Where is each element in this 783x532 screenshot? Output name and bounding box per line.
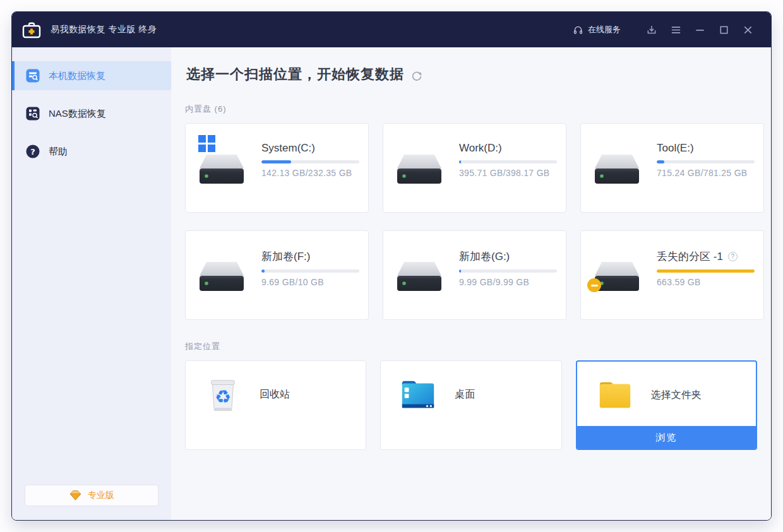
menu-button[interactable] [664, 18, 688, 41]
desktop-folder-icon [398, 375, 438, 414]
gem-icon [69, 490, 82, 501]
drive-name: 丢失的分区 -1 [657, 249, 723, 264]
help-circle-icon[interactable]: ? [728, 252, 738, 261]
maximize-icon [718, 24, 730, 36]
drive-card[interactable]: Work(D:) 395.71 GB/398.17 GB [383, 123, 566, 213]
help-icon: ? [26, 145, 40, 158]
sidebar: 本机数据恢复 NAS数据恢复 ? 帮助 [12, 47, 171, 520]
page-title: 选择一个扫描位置，开始恢复数据 [186, 65, 404, 84]
svg-text:♻: ♻ [215, 386, 231, 408]
hard-drive-icon [194, 259, 249, 292]
locations-grid: ♻ 回收站 [185, 360, 757, 450]
location-card[interactable]: 桌面 [380, 360, 561, 450]
drives-section-label: 内置盘 (6) [185, 103, 757, 115]
capacity-bar [261, 160, 359, 163]
capacity-bar [657, 160, 755, 163]
svg-text:?: ? [30, 147, 35, 157]
download-button[interactable] [640, 18, 664, 41]
hard-drive-icon [589, 152, 645, 185]
location-label: 选择文件夹 [651, 389, 702, 402]
sidebar-item-nas[interactable]: NAS数据恢复 [12, 99, 171, 128]
drive-name: 新加卷(F:) [261, 249, 310, 264]
location-label: 桌面 [455, 388, 475, 401]
online-service-label: 在线服务 [588, 24, 621, 35]
drive-size: 395.71 GB/398.17 GB [459, 168, 557, 178]
drive-size: 715.24 GB/781.25 GB [657, 168, 755, 178]
desktop-background: 易我数据恢复 专业版 终身 在线服务 [0, 0, 783, 532]
drive-icon [392, 240, 448, 319]
close-button[interactable] [736, 18, 760, 41]
sidebar-item-label: 本机数据恢复 [49, 70, 105, 82]
drive-name: Tool(E:) [657, 142, 694, 155]
drive-size: 9.99 GB/9.99 GB [459, 277, 557, 287]
app-logo-icon [22, 21, 41, 38]
edition-label: 专业版 [88, 490, 114, 501]
drive-card[interactable]: Tool(E:) 715.24 GB/781.25 GB [580, 123, 764, 213]
minimize-icon [694, 24, 706, 36]
drive-icon [194, 133, 251, 212]
drive-name: 新加卷(G:) [459, 249, 510, 264]
edition-button[interactable]: 专业版 [25, 485, 158, 506]
drive-name: System(C:) [261, 142, 315, 155]
nas-recovery-icon [26, 107, 40, 121]
titlebar: 易我数据恢复 专业版 终身 在线服务 [12, 12, 771, 47]
capacity-bar [657, 269, 755, 273]
sidebar-item-help[interactable]: ? 帮助 [12, 137, 171, 166]
headset-icon [573, 25, 583, 35]
recycle-bin-icon: ♻ [203, 375, 242, 414]
online-service-button[interactable]: 在线服务 [573, 24, 621, 35]
hard-drive-icon [392, 259, 447, 292]
drive-size: 9.69 GB/10 GB [261, 277, 359, 287]
main-panel: 选择一个扫描位置，开始恢复数据 内置盘 (6) [171, 47, 771, 520]
browse-button[interactable]: 浏览 [577, 426, 756, 449]
location-card[interactable]: ♻ 回收站 [185, 360, 366, 450]
sidebar-item-local[interactable]: 本机数据恢复 [12, 61, 171, 90]
capacity-bar [261, 269, 359, 273]
drives-grid: System(C:) 142.13 GB/232.35 GB [185, 123, 757, 320]
app-window: 易我数据恢复 专业版 终身 在线服务 [11, 11, 772, 521]
drive-icon [392, 133, 448, 212]
windows-logo-icon [198, 135, 215, 152]
drive-size: 142.13 GB/232.35 GB [261, 168, 359, 178]
drive-card[interactable]: 丢失的分区 -1 ? 663.59 GB [580, 230, 764, 320]
maximize-button[interactable] [712, 18, 736, 41]
drive-icon [194, 240, 251, 319]
drive-card[interactable]: 新加卷(G:) 9.99 GB/9.99 GB [383, 230, 566, 320]
location-label: 回收站 [260, 388, 290, 401]
capacity-bar [459, 269, 557, 273]
close-icon [742, 24, 754, 36]
hamburger-menu-icon [670, 24, 682, 36]
minimize-button[interactable] [688, 18, 712, 41]
folder-icon [595, 375, 634, 415]
sidebar-item-label: 帮助 [49, 146, 68, 158]
local-recovery-icon [26, 69, 40, 83]
refresh-icon[interactable] [411, 70, 422, 81]
capacity-bar [459, 160, 557, 163]
sidebar-item-label: NAS数据恢复 [49, 108, 106, 120]
drive-icon [589, 133, 646, 212]
app-title: 易我数据恢复 专业版 终身 [51, 24, 157, 35]
hard-drive-icon [194, 152, 249, 185]
drive-card[interactable]: 新加卷(F:) 9.69 GB/10 GB [185, 230, 369, 320]
locations-section-label: 指定位置 [185, 341, 757, 352]
hard-drive-icon [392, 152, 447, 185]
drive-card[interactable]: System(C:) 142.13 GB/232.35 GB [185, 123, 369, 213]
drive-name: Work(D:) [459, 142, 502, 155]
location-card[interactable]: 选择文件夹 浏览 [576, 360, 757, 450]
download-icon [645, 23, 658, 36]
drive-icon [589, 240, 646, 319]
drive-size: 663.59 GB [657, 277, 755, 287]
lost-partition-minus-icon [587, 278, 601, 292]
